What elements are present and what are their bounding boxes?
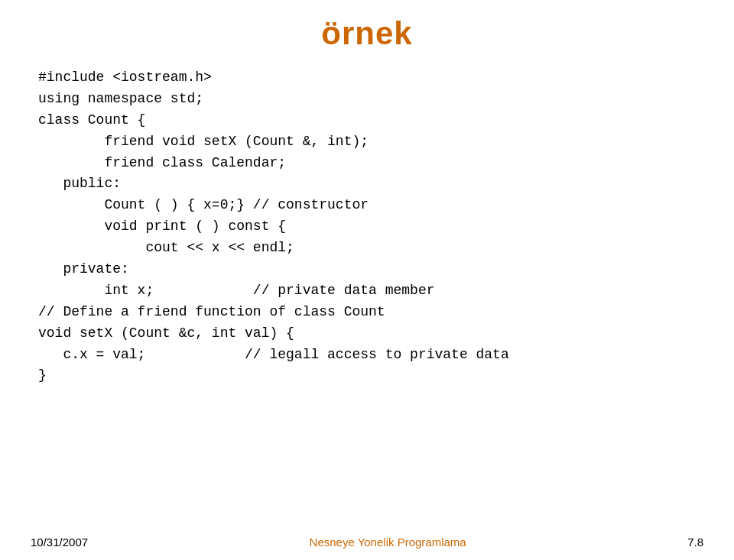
code-line-17: } — [38, 365, 703, 387]
code-line-1: #include <iostream.h> — [38, 67, 703, 89]
code-line-2: using namespace std; — [38, 89, 703, 110]
code-line-6: friend class Calendar; — [38, 153, 703, 174]
code-line-8: Count ( ) { x=0;} // constructor — [38, 195, 703, 216]
code-line-4: class Count { — [38, 110, 703, 131]
footer-course: Nesneye Yonelik Programlama — [310, 536, 466, 549]
slide-container: örnek #include <iostream.h> using namesp… — [0, 0, 734, 560]
code-line-14: // Define a friend function of class Cou… — [38, 302, 703, 323]
code-line-11: private: — [38, 259, 703, 280]
code-line-7: public: — [38, 173, 703, 195]
code-line-16: c.x = val; // legall access to private d… — [38, 345, 703, 366]
footer-slide: 7.8 — [687, 536, 703, 549]
slide-title: örnek — [31, 15, 703, 52]
code-block: #include <iostream.h> using namespace st… — [31, 67, 703, 387]
code-line-12: int x; // private data member — [38, 280, 703, 302]
footer: 10/31/2007 Nesneye Yonelik Programlama 7… — [0, 536, 734, 549]
code-line-9: void print ( ) const { — [38, 216, 703, 238]
code-line-15: void setX (Count &c, int val) { — [38, 323, 703, 345]
code-line-5: friend void setX (Count &, int); — [38, 131, 703, 153]
code-line-10: cout << x << endl; — [38, 238, 703, 259]
footer-date: 10/31/2007 — [31, 536, 88, 549]
